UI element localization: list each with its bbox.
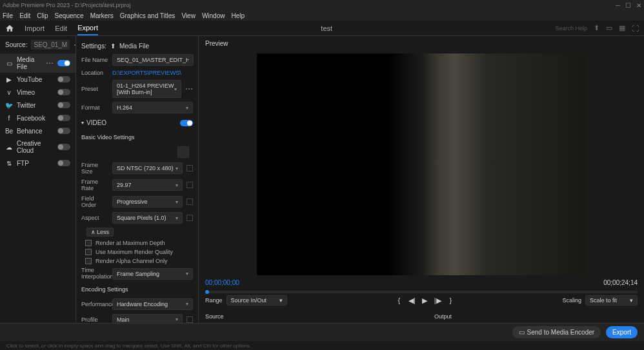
scaling-label: Scaling <box>562 297 581 304</box>
settings-label: Settings: <box>81 43 106 50</box>
chevron-down-icon: ▾ <box>81 120 84 126</box>
dest-youtube[interactable]: ▶ YouTube <box>0 73 75 86</box>
dest-creative-cloud[interactable]: ☁ Creative Cloud <box>0 137 75 157</box>
fullscreen-icon[interactable]: ⛶ <box>632 24 639 32</box>
menu-edit[interactable]: Edit <box>19 12 30 19</box>
home-icon[interactable] <box>5 24 14 33</box>
fieldorder-reset[interactable] <box>186 199 193 205</box>
render-max-depth-checkbox[interactable] <box>85 240 92 246</box>
dest-dots-icon[interactable]: ⋯ <box>46 59 54 68</box>
less-button[interactable]: ∧Less <box>86 228 114 237</box>
behance-toggle[interactable] <box>57 128 70 134</box>
media-file-toggle[interactable] <box>57 60 70 66</box>
maximize-icon[interactable]: ☐ <box>625 2 631 9</box>
facebook-toggle[interactable] <box>57 115 70 121</box>
mark-in-icon[interactable]: { <box>394 296 403 305</box>
framesize-reset[interactable] <box>186 165 193 171</box>
location-link[interactable]: D:\EXPORTS\PREVIEWS\ <box>112 70 181 76</box>
chevron-down-icon: ▾ <box>174 86 177 92</box>
timecode-out[interactable]: 00;00;24;14 <box>603 279 638 286</box>
playhead-icon[interactable] <box>205 290 209 294</box>
performance-label: Performance <box>81 301 108 307</box>
dest-facebook[interactable]: f Facebook <box>0 112 75 124</box>
dest-vimeo[interactable]: v Vimeo <box>0 86 75 99</box>
mark-out-icon[interactable]: } <box>446 296 455 305</box>
play-icon[interactable]: ▶ <box>420 296 429 305</box>
video-toggle[interactable] <box>180 120 193 126</box>
aspect-select[interactable]: Square Pixels (1.0)▾ <box>112 212 183 224</box>
tab-export[interactable]: Export <box>77 21 98 35</box>
profile-reset[interactable] <box>186 316 193 323</box>
source-label: Source: <box>5 41 27 48</box>
dest-behance[interactable]: Be Behance <box>0 124 75 137</box>
source-info-title: Source <box>205 313 408 320</box>
framerate-label: Frame Rate <box>81 179 108 191</box>
vimeo-toggle[interactable] <box>57 89 70 95</box>
menu-markers[interactable]: Markers <box>90 12 114 19</box>
status-text: Click to select, or click in empty space… <box>6 343 251 349</box>
workspaces-icon[interactable]: ▦ <box>619 24 625 32</box>
settings-target: Media File <box>119 43 149 50</box>
document-name: test <box>321 24 332 32</box>
timeline[interactable] <box>205 289 638 291</box>
youtube-toggle[interactable] <box>57 76 70 83</box>
use-max-quality-checkbox[interactable] <box>85 249 92 255</box>
aspect-reset[interactable] <box>186 215 193 221</box>
menu-view[interactable]: View <box>181 12 196 19</box>
framerate-select[interactable]: 29.97▾ <box>112 179 183 191</box>
render-alpha-checkbox[interactable] <box>85 258 92 264</box>
timecode-in[interactable]: 00;00;00;00 <box>205 279 239 286</box>
range-label: Range <box>205 297 223 304</box>
tab-import[interactable]: Import <box>25 22 45 35</box>
menu-clip[interactable]: Clip <box>37 12 48 19</box>
preset-select[interactable]: 01-1_H264 PREVIEW [With Burn-in]▾ <box>112 80 181 98</box>
framerate-reset[interactable] <box>186 182 193 188</box>
send-to-encoder-button[interactable]: ▭ Send to Media Encoder <box>512 326 601 338</box>
preset-menu-icon[interactable]: ⋯ <box>185 84 193 93</box>
behance-icon: Be <box>5 127 13 135</box>
framesize-select[interactable]: SD NTSC (720 x 480)▾ <box>112 162 183 174</box>
chevron-down-icon: ▾ <box>176 166 178 171</box>
dest-ftp[interactable]: ⇅ FTP <box>0 157 75 170</box>
menu-file[interactable]: File <box>3 12 13 19</box>
step-forward-icon[interactable]: |▶ <box>433 296 442 305</box>
quick-export-icon[interactable]: ⬆ <box>594 24 599 32</box>
search-field[interactable]: Search Help <box>555 25 587 32</box>
chevron-up-icon: ∧ <box>91 229 96 235</box>
fieldorder-select[interactable]: Progressive▾ <box>112 196 183 208</box>
chevron-down-icon: ▾ <box>186 271 188 277</box>
profile-select[interactable]: Main▾ <box>112 314 183 323</box>
profile-label: Profile <box>81 316 108 323</box>
source-input[interactable] <box>31 40 70 50</box>
filename-input[interactable] <box>112 54 194 66</box>
match-source-icon[interactable] <box>177 146 189 158</box>
menu-window[interactable]: Window <box>202 12 225 19</box>
time-interp-select[interactable]: Frame Sampling▾ <box>112 268 193 280</box>
media-encoder-icon: ▭ <box>519 329 525 336</box>
step-back-icon[interactable]: ◀| <box>407 296 416 305</box>
format-select[interactable]: H.264▾ <box>112 102 193 113</box>
basic-video-title: Basic Video Settings <box>76 130 198 144</box>
range-select[interactable]: Source In/Out▾ <box>226 295 288 306</box>
use-max-quality-label: Use Maximum Render Quality <box>96 249 173 255</box>
dest-media-file[interactable]: ▭ Media File ⋯ <box>0 53 75 73</box>
scaling-select[interactable]: Scale to fit▾ <box>585 295 638 306</box>
menu-help[interactable]: Help <box>231 12 245 19</box>
minimize-icon[interactable]: ─ <box>616 2 620 9</box>
creative-cloud-toggle[interactable] <box>57 144 70 150</box>
twitter-icon: 🐦 <box>5 101 13 109</box>
progress-icon[interactable]: ▭ <box>606 24 612 32</box>
tab-edit[interactable]: Edit <box>55 22 67 35</box>
video-section-header[interactable]: ▾ VIDEO <box>76 115 198 130</box>
dest-twitter[interactable]: 🐦 Twitter <box>0 99 75 112</box>
menu-sequence[interactable]: Sequence <box>55 12 84 19</box>
close-icon[interactable]: ✕ <box>636 2 641 9</box>
menu-graphics[interactable]: Graphics and Titles <box>120 12 176 19</box>
preview-video[interactable] <box>257 53 586 275</box>
performance-select[interactable]: Hardware Encoding▾ <box>112 298 193 310</box>
chevron-down-icon: ▾ <box>279 297 283 304</box>
ftp-toggle[interactable] <box>57 160 70 166</box>
chevron-down-icon: ▾ <box>176 215 178 221</box>
export-button[interactable]: Export <box>606 326 638 338</box>
twitter-toggle[interactable] <box>57 102 70 108</box>
